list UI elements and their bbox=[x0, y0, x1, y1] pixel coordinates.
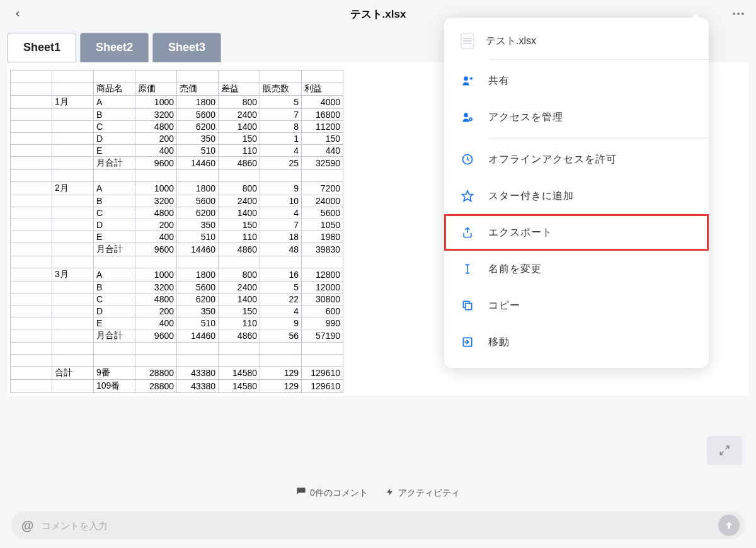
cell[interactable]: B bbox=[94, 282, 135, 294]
cell[interactable]: 7 bbox=[260, 219, 302, 231]
cell[interactable]: 14580 bbox=[219, 380, 260, 393]
cell[interactable]: 16800 bbox=[302, 109, 343, 121]
cell[interactable]: 9番 bbox=[94, 367, 135, 380]
cell[interactable]: 18 bbox=[260, 231, 302, 243]
cell[interactable]: D bbox=[94, 133, 135, 145]
cell[interactable] bbox=[11, 182, 52, 195]
cell[interactable]: 2400 bbox=[219, 109, 260, 121]
cell[interactable]: 129610 bbox=[302, 367, 343, 380]
cell[interactable] bbox=[135, 170, 177, 182]
cell[interactable]: 400 bbox=[135, 231, 177, 243]
cell[interactable]: 600 bbox=[302, 305, 343, 317]
cell[interactable]: 5 bbox=[260, 282, 302, 294]
cell[interactable]: 月合計 bbox=[94, 243, 135, 256]
cell[interactable]: 200 bbox=[135, 305, 177, 317]
cell[interactable]: 9600 bbox=[135, 329, 177, 343]
cell[interactable] bbox=[11, 71, 52, 83]
menu-item-offline[interactable]: オフラインアクセスを許可 bbox=[444, 141, 709, 178]
comment-input[interactable] bbox=[42, 520, 711, 531]
cell[interactable] bbox=[302, 343, 343, 355]
header-cell[interactable]: 原価 bbox=[135, 83, 177, 96]
cell[interactable] bbox=[52, 170, 94, 182]
more-button[interactable] bbox=[731, 6, 746, 21]
cell[interactable] bbox=[52, 282, 94, 294]
cell[interactable] bbox=[11, 367, 52, 380]
cell[interactable] bbox=[11, 219, 52, 231]
header-cell[interactable]: 差益 bbox=[219, 83, 260, 96]
cell[interactable] bbox=[52, 207, 94, 219]
cell[interactable] bbox=[135, 71, 177, 83]
cell[interactable]: 48 bbox=[260, 243, 302, 256]
cell[interactable]: A bbox=[94, 268, 135, 282]
cell[interactable] bbox=[52, 219, 94, 231]
cell[interactable]: 30800 bbox=[302, 294, 343, 305]
cell[interactable] bbox=[11, 157, 52, 170]
cell[interactable] bbox=[52, 133, 94, 145]
cell[interactable]: C bbox=[94, 294, 135, 305]
cell[interactable] bbox=[11, 329, 52, 343]
cell[interactable] bbox=[135, 256, 177, 268]
cell[interactable] bbox=[219, 355, 260, 367]
sheet-tab-3[interactable]: Sheet3 bbox=[152, 33, 221, 62]
cell[interactable] bbox=[52, 380, 94, 393]
cell[interactable]: 1800 bbox=[177, 182, 219, 195]
cell[interactable] bbox=[94, 355, 135, 367]
cell[interactable]: B bbox=[94, 195, 135, 207]
cell[interactable]: 350 bbox=[177, 133, 219, 145]
cell[interactable] bbox=[94, 256, 135, 268]
cell[interactable]: 1800 bbox=[177, 96, 219, 109]
cell[interactable]: 400 bbox=[135, 317, 177, 329]
header-cell[interactable]: 販売数 bbox=[260, 83, 302, 96]
cell[interactable] bbox=[260, 256, 302, 268]
cell[interactable] bbox=[260, 71, 302, 83]
cell[interactable]: 24000 bbox=[302, 195, 343, 207]
cell[interactable]: A bbox=[94, 182, 135, 195]
cell[interactable]: 4 bbox=[260, 145, 302, 157]
cell[interactable] bbox=[11, 170, 52, 182]
cell[interactable] bbox=[52, 109, 94, 121]
cell[interactable] bbox=[11, 231, 52, 243]
cell[interactable]: 109番 bbox=[94, 380, 135, 393]
expand-button[interactable] bbox=[707, 436, 742, 465]
cell[interactable]: 4860 bbox=[219, 243, 260, 256]
cell[interactable] bbox=[260, 170, 302, 182]
cell[interactable]: 3200 bbox=[135, 282, 177, 294]
header-cell[interactable]: 利益 bbox=[302, 83, 343, 96]
cell[interactable] bbox=[52, 317, 94, 329]
cell[interactable]: 9 bbox=[260, 317, 302, 329]
cell[interactable]: 57190 bbox=[302, 329, 343, 343]
cell[interactable]: 150 bbox=[219, 305, 260, 317]
cell[interactable] bbox=[11, 195, 52, 207]
cell[interactable]: 350 bbox=[177, 219, 219, 231]
cell[interactable] bbox=[52, 71, 94, 83]
comments-link[interactable]: 0件のコメント bbox=[296, 487, 368, 499]
cell[interactable]: 6200 bbox=[177, 207, 219, 219]
cell[interactable] bbox=[11, 294, 52, 305]
menu-item-copy[interactable]: コピー bbox=[444, 287, 709, 324]
cell[interactable]: 150 bbox=[219, 133, 260, 145]
cell[interactable]: D bbox=[94, 305, 135, 317]
cell[interactable] bbox=[11, 282, 52, 294]
cell[interactable]: C bbox=[94, 207, 135, 219]
cell[interactable] bbox=[52, 294, 94, 305]
cell[interactable] bbox=[11, 268, 52, 282]
cell[interactable]: 5600 bbox=[177, 109, 219, 121]
cell[interactable]: 990 bbox=[302, 317, 343, 329]
cell[interactable] bbox=[302, 256, 343, 268]
cell[interactable]: 8 bbox=[260, 121, 302, 133]
cell[interactable]: 110 bbox=[219, 317, 260, 329]
cell[interactable]: 43380 bbox=[177, 367, 219, 380]
cell[interactable]: D bbox=[94, 219, 135, 231]
cell[interactable]: 5600 bbox=[177, 282, 219, 294]
cell[interactable] bbox=[219, 71, 260, 83]
cell[interactable]: 11200 bbox=[302, 121, 343, 133]
cell[interactable]: 2400 bbox=[219, 282, 260, 294]
cell[interactable]: 1800 bbox=[177, 268, 219, 282]
cell[interactable] bbox=[11, 145, 52, 157]
cell[interactable]: 800 bbox=[219, 182, 260, 195]
cell[interactable]: 110 bbox=[219, 145, 260, 157]
cell[interactable] bbox=[135, 343, 177, 355]
cell[interactable] bbox=[52, 305, 94, 317]
cell[interactable] bbox=[302, 71, 343, 83]
cell[interactable]: 350 bbox=[177, 305, 219, 317]
